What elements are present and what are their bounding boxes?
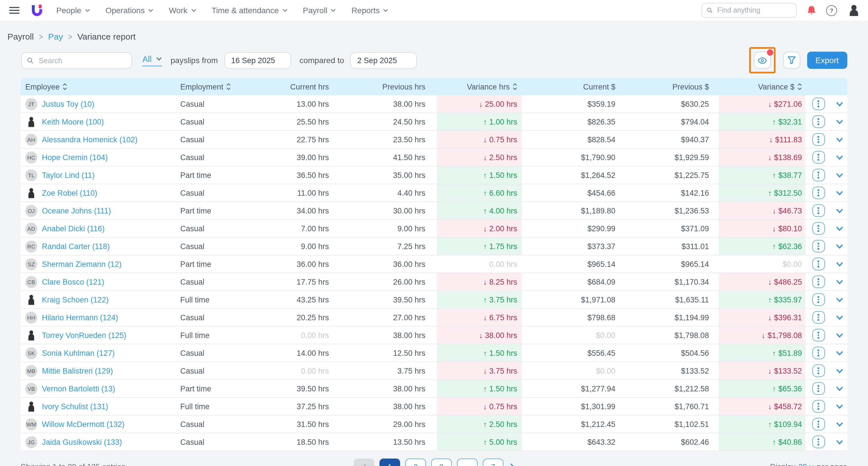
row-expand-chevron-icon[interactable] bbox=[836, 119, 843, 124]
employee-link[interactable]: Hilario Hermann (124) bbox=[42, 313, 118, 322]
employee-link[interactable]: Oceane Johns (111) bbox=[42, 206, 111, 215]
row-actions-button[interactable] bbox=[812, 347, 825, 359]
employee-link[interactable]: Zoe Robel (110) bbox=[42, 189, 97, 197]
row-actions-button[interactable] bbox=[812, 276, 825, 288]
column-header-employment[interactable]: Employment bbox=[176, 82, 247, 91]
scope-select[interactable]: All bbox=[143, 54, 162, 66]
row-expand-chevron-icon[interactable] bbox=[836, 350, 843, 355]
column-header-variance-amount[interactable]: Variance $ bbox=[719, 82, 805, 91]
row-actions-button[interactable] bbox=[812, 436, 825, 448]
menu-item-payroll[interactable]: Payroll bbox=[303, 6, 336, 15]
page-button-2[interactable]: 2 bbox=[405, 459, 426, 466]
row-expand-chevron-icon[interactable] bbox=[836, 226, 843, 231]
menu-item-people[interactable]: People bbox=[56, 6, 90, 15]
employee-link[interactable]: Jaida Gusikowski (133) bbox=[42, 438, 122, 446]
employee-link[interactable]: Torrey VonRueden (125) bbox=[42, 331, 126, 339]
notifications-bell-icon[interactable] bbox=[807, 5, 816, 15]
row-expand-cell[interactable] bbox=[831, 255, 847, 273]
row-expand-cell[interactable] bbox=[831, 344, 847, 362]
hamburger-menu-icon[interactable] bbox=[9, 7, 20, 14]
employee-link[interactable]: Keith Moore (100) bbox=[42, 117, 104, 126]
employee-link[interactable]: Mittie Balistreri (129) bbox=[42, 366, 113, 375]
row-expand-cell[interactable] bbox=[831, 362, 847, 379]
row-expand-chevron-icon[interactable] bbox=[836, 439, 843, 444]
employee-link[interactable]: Alessandra Homenick (102) bbox=[42, 135, 137, 144]
user-avatar[interactable] bbox=[847, 3, 861, 18]
row-expand-cell[interactable] bbox=[831, 273, 847, 290]
table-search-input[interactable] bbox=[38, 55, 126, 65]
row-expand-chevron-icon[interactable] bbox=[836, 386, 843, 391]
row-actions-button[interactable] bbox=[812, 329, 825, 341]
employee-link[interactable]: Sherman Ziemann (12) bbox=[42, 260, 122, 268]
row-expand-chevron-icon[interactable] bbox=[836, 297, 843, 302]
employee-link[interactable]: Hope Cremin (104) bbox=[42, 153, 108, 161]
page-button-...[interactable]: ... bbox=[457, 459, 477, 466]
row-expand-cell[interactable] bbox=[831, 380, 847, 397]
filter-button[interactable] bbox=[783, 52, 800, 69]
row-expand-chevron-icon[interactable] bbox=[836, 422, 843, 427]
row-expand-cell[interactable] bbox=[831, 149, 847, 166]
row-actions-button[interactable] bbox=[812, 151, 825, 163]
employee-link[interactable]: Kraig Schoen (122) bbox=[42, 295, 109, 304]
row-expand-chevron-icon[interactable] bbox=[836, 137, 843, 142]
row-expand-cell[interactable] bbox=[831, 131, 847, 148]
row-expand-chevron-icon[interactable] bbox=[836, 101, 843, 106]
row-expand-cell[interactable] bbox=[831, 415, 847, 433]
table-search-box[interactable] bbox=[21, 52, 132, 69]
row-expand-cell[interactable] bbox=[831, 291, 847, 308]
page-button-3[interactable]: 3 bbox=[431, 459, 452, 466]
row-actions-button[interactable] bbox=[812, 293, 825, 306]
row-expand-chevron-icon[interactable] bbox=[836, 261, 843, 267]
pagination-next-button[interactable] bbox=[510, 462, 515, 466]
row-expand-cell[interactable] bbox=[831, 184, 847, 201]
page-button-1[interactable]: 1 bbox=[379, 459, 400, 466]
row-actions-button[interactable] bbox=[812, 187, 825, 199]
row-actions-button[interactable] bbox=[812, 204, 825, 217]
export-button[interactable]: Export bbox=[807, 52, 847, 69]
employee-link[interactable]: Clare Bosco (121) bbox=[42, 277, 104, 286]
column-header-variance-hrs[interactable]: Variance hrs bbox=[437, 82, 522, 91]
pagination-prev-button[interactable] bbox=[353, 459, 374, 466]
row-expand-cell[interactable] bbox=[831, 309, 847, 326]
breadcrumb-pay-link[interactable]: Pay bbox=[48, 32, 63, 41]
row-expand-cell[interactable] bbox=[831, 95, 847, 113]
row-expand-chevron-icon[interactable] bbox=[836, 190, 843, 195]
row-expand-chevron-icon[interactable] bbox=[836, 333, 843, 338]
breadcrumb-payroll[interactable]: Payroll bbox=[7, 32, 34, 41]
row-expand-chevron-icon[interactable] bbox=[836, 279, 843, 284]
row-actions-button[interactable] bbox=[812, 240, 825, 252]
row-actions-button[interactable] bbox=[812, 98, 825, 110]
row-expand-cell[interactable] bbox=[831, 220, 847, 237]
employee-link[interactable]: Anabel Dicki (116) bbox=[42, 224, 105, 233]
row-actions-button[interactable] bbox=[812, 418, 825, 430]
row-expand-chevron-icon[interactable] bbox=[836, 208, 843, 213]
employee-link[interactable]: Randal Carter (118) bbox=[42, 242, 110, 250]
help-icon[interactable]: ? bbox=[826, 5, 837, 16]
page-button-7[interactable]: 7 bbox=[483, 459, 503, 466]
row-actions-button[interactable] bbox=[812, 222, 825, 235]
row-actions-button[interactable] bbox=[812, 365, 825, 377]
menu-item-operations[interactable]: Operations bbox=[105, 6, 153, 15]
global-search-input[interactable] bbox=[716, 6, 792, 15]
app-logo[interactable] bbox=[31, 3, 43, 17]
row-actions-button[interactable] bbox=[812, 169, 825, 181]
row-expand-chevron-icon[interactable] bbox=[836, 315, 843, 320]
date-from-input[interactable]: 16 Sep 2025 bbox=[224, 52, 291, 69]
employee-link[interactable]: Vernon Bartoletti (13) bbox=[42, 384, 115, 393]
employee-link[interactable]: Justus Toy (10) bbox=[42, 100, 94, 108]
row-actions-button[interactable] bbox=[812, 115, 825, 128]
row-expand-cell[interactable] bbox=[831, 113, 847, 130]
employee-link[interactable]: Taylor Lind (11) bbox=[42, 171, 95, 179]
employee-link[interactable]: Sonia Kuhlman (127) bbox=[42, 349, 115, 357]
date-compare-input[interactable]: 2 Sep 2025 bbox=[350, 52, 417, 69]
row-expand-chevron-icon[interactable] bbox=[836, 244, 843, 249]
row-actions-button[interactable] bbox=[812, 133, 825, 146]
row-actions-button[interactable] bbox=[812, 311, 825, 324]
menu-item-time-attendance[interactable]: Time & attendance bbox=[212, 6, 287, 15]
row-expand-cell[interactable] bbox=[831, 398, 847, 415]
row-expand-cell[interactable] bbox=[831, 238, 847, 255]
menu-item-reports[interactable]: Reports bbox=[352, 6, 389, 15]
row-expand-cell[interactable] bbox=[831, 433, 847, 451]
row-expand-chevron-icon[interactable] bbox=[836, 404, 843, 409]
row-actions-button[interactable] bbox=[812, 258, 825, 270]
